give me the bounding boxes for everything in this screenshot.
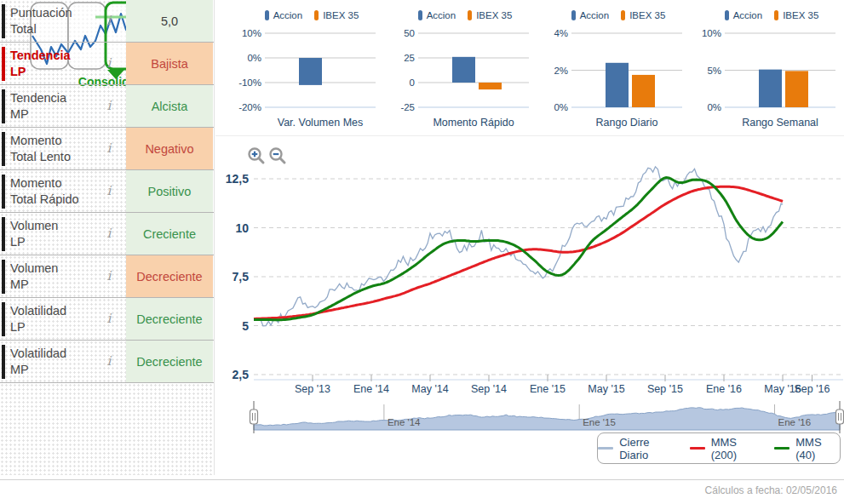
info-icon[interactable]: i	[102, 55, 116, 71]
legend-item-ibex-35[interactable]: IBEX 35	[314, 10, 359, 20]
indicator-panel: Consolidación PuntuaciónTotali5,0Tendenc…	[0, 0, 215, 475]
x-tick-label: Ene '16	[706, 383, 742, 395]
legend-label: IBEX 35	[476, 10, 512, 20]
price-chart: 12,5107,552,5Sep '13Ene '14May '14Sep '1…	[215, 136, 844, 479]
indicator-label: VolumenLP	[10, 218, 99, 250]
legend-item-accion[interactable]: Accion	[571, 10, 610, 20]
zoom-in-icon[interactable]	[247, 146, 266, 165]
ibex-bar[interactable]	[632, 75, 655, 107]
y-tick-label: -25	[400, 102, 415, 112]
legend-marker	[418, 10, 422, 20]
legend-item-cierre-diario[interactable]: Cierre Diario	[598, 436, 676, 461]
indicator-label: MomentoTotal Rápido	[10, 175, 99, 208]
legend-item-accion[interactable]: Accion	[265, 10, 303, 20]
info-icon[interactable]: i	[102, 140, 116, 156]
x-tick-label: Ene '15	[530, 383, 566, 395]
ibex-bar[interactable]	[479, 83, 502, 89]
indicator-value: Alcista	[126, 85, 213, 127]
legend-label: IBEX 35	[323, 10, 359, 20]
indicator-label: VolatilidadLP	[10, 303, 99, 335]
row-accent-bar	[2, 260, 5, 294]
y-tick-label: 0	[410, 77, 415, 88]
indicator-label: VolatilidadMP	[10, 346, 99, 378]
row-accent-bar	[2, 89, 5, 123]
accion-bar[interactable]	[299, 58, 322, 85]
row-accent-bar	[2, 47, 5, 81]
mini-chart-canvas: 10%0%-10%-20%Var. Volumen Mes	[224, 26, 377, 136]
y-tick-label: 12,5	[226, 172, 249, 186]
indicator-label: VolumenMP	[10, 261, 99, 293]
indicator-value: Bajista	[126, 43, 213, 84]
footer: Cálculos a fecha: 02/05/2016	[0, 479, 844, 504]
legend-item-mms-40[interactable]: MMS (40)	[774, 436, 840, 461]
y-tick-label: 5	[242, 319, 249, 333]
series-mms40	[254, 178, 783, 320]
legend-label: Accion	[580, 10, 610, 20]
info-icon[interactable]: i	[102, 226, 116, 241]
info-icon[interactable]: i	[102, 13, 116, 28]
info-icon[interactable]: i	[102, 98, 116, 113]
legend-item-ibex-35[interactable]: IBEX 35	[774, 10, 818, 20]
y-tick-label: -10%	[238, 77, 261, 88]
mini-chart-title: Momento Rápido	[433, 117, 514, 129]
mini-chart-legend: AccionIBEX 35	[377, 5, 531, 26]
y-tick-label: 50	[404, 28, 415, 38]
legend-label: Cierre Diario	[619, 436, 675, 461]
row-accent-bar	[2, 345, 5, 379]
indicator-row-volumen-mp: VolumenMPiDecreciente	[0, 255, 214, 298]
legend-label: MMS (40)	[795, 436, 840, 461]
info-icon[interactable]: i	[102, 311, 116, 326]
y-tick-label: 0%	[247, 53, 261, 63]
accion-bar[interactable]	[606, 63, 629, 107]
row-accent-bar	[2, 132, 5, 166]
price-chart-canvas: 12,5107,552,5Sep '13Ene '14May '14Sep '1…	[215, 136, 844, 479]
mini-chart-var-volumen-mes: AccionIBEX 3510%0%-10%-20%Var. Volumen M…	[224, 0, 377, 135]
y-tick-label: 10%	[242, 28, 261, 38]
info-icon[interactable]: i	[102, 268, 116, 284]
info-icon[interactable]: i	[102, 353, 116, 369]
row-accent-bar	[2, 302, 5, 336]
mini-chart-rango-diario: AccionIBEX 354%2%0%Rango Diario	[531, 0, 684, 135]
indicator-value: Negativo	[126, 128, 213, 169]
legend-item-ibex-35[interactable]: IBEX 35	[621, 10, 665, 20]
legend-marker	[571, 10, 576, 20]
indicator-value: Decreciente	[126, 255, 213, 297]
legend-marker	[314, 10, 319, 20]
mini-chart-momento-rapido: AccionIBEX 3550250-25Momento Rápido	[377, 0, 531, 135]
info-icon[interactable]: i	[102, 183, 116, 198]
ibex-bar[interactable]	[785, 71, 808, 107]
legend-item-ibex-35[interactable]: IBEX 35	[468, 10, 512, 20]
mini-chart-canvas: 50250-25Momento Rápido	[377, 26, 531, 136]
y-tick-label: 0%	[707, 102, 721, 112]
indicator-row-volatilidad-lp: VolatilidadLPiDecreciente	[0, 298, 214, 341]
indicator-row-puntuación-total: PuntuaciónTotali5,0	[0, 0, 214, 43]
mini-chart-legend: AccionIBEX 35	[684, 5, 837, 26]
row-accent-bar	[2, 4, 5, 38]
navigator-area[interactable]	[254, 408, 840, 430]
series-legend: Cierre Diario MMS (200) MMS (40)	[597, 432, 841, 464]
zoom-out-icon[interactable]	[268, 146, 287, 165]
x-tick-label: May '14	[411, 383, 448, 395]
indicator-value: Decreciente	[126, 298, 213, 340]
legend-item-accion[interactable]: Accion	[725, 10, 763, 20]
legend-marker	[621, 10, 625, 20]
navigator-left-handle[interactable]	[250, 410, 258, 424]
x-tick-label: May '15	[588, 383, 624, 395]
indicator-label: TendenciaLP	[10, 48, 99, 80]
legend-item-mms-200[interactable]: MMS (200)	[690, 436, 761, 461]
legend-item-accion[interactable]: Accion	[418, 10, 456, 20]
legend-label: Accion	[427, 10, 456, 20]
row-accent-bar	[2, 217, 5, 251]
indicator-row-momento-total-lento: MomentoTotal LentoiNegativo	[0, 128, 214, 170]
accion-bar[interactable]	[452, 57, 475, 83]
x-tick-label: Ene '14	[353, 383, 389, 395]
indicator-label: MomentoTotal Lento	[10, 133, 99, 165]
legend-label: Accion	[273, 10, 303, 20]
mini-chart-legend: AccionIBEX 35	[224, 5, 377, 26]
accion-bar[interactable]	[759, 70, 782, 107]
navigator-label: Ene '15	[583, 417, 616, 427]
navigator-label: Ene '14	[388, 417, 421, 427]
navigator-right-handle[interactable]	[836, 410, 844, 424]
mini-chart-legend: AccionIBEX 35	[531, 5, 684, 26]
x-tick-label: Sep '15	[647, 383, 683, 395]
